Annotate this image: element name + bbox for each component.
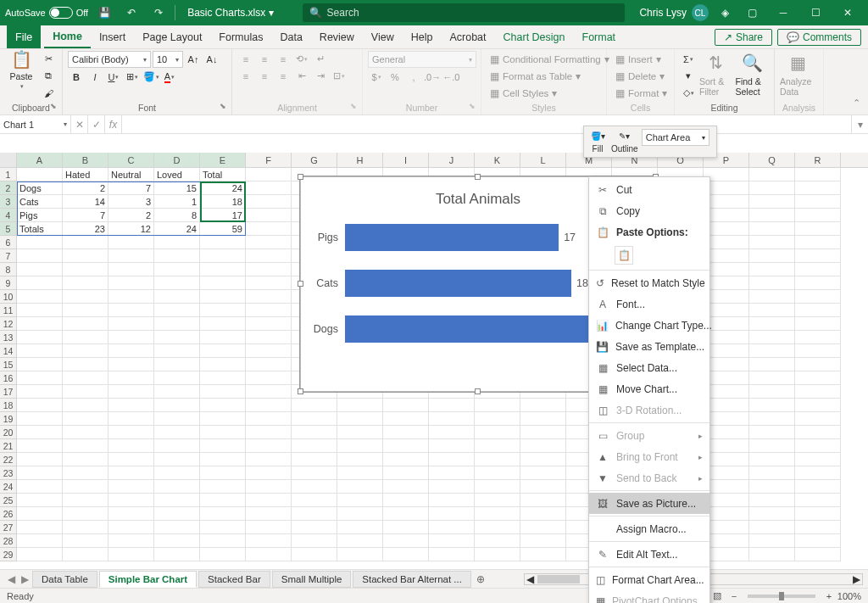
context-menu-item[interactable]: ▦Move Chart... (589, 378, 709, 399)
chart-element-selector[interactable]: Chart Area▾ (642, 129, 709, 146)
cell[interactable] (749, 304, 795, 317)
shrink-font-icon[interactable]: A↓ (203, 52, 220, 68)
page-break-view-icon[interactable]: ▧ (709, 590, 726, 601)
cell[interactable] (429, 426, 475, 439)
cell[interactable] (429, 494, 475, 507)
cell[interactable] (108, 439, 154, 453)
cell[interactable] (246, 290, 292, 304)
cell[interactable] (108, 317, 154, 331)
cell[interactable] (200, 548, 246, 561)
col-header[interactable]: C (108, 153, 154, 167)
cell[interactable] (246, 521, 292, 534)
enter-fx-icon[interactable]: ✓ (88, 115, 105, 133)
zoom-out-icon[interactable]: − (726, 591, 743, 601)
analyze-data-button[interactable]: ▦Analyze Data (780, 51, 815, 101)
row-header[interactable]: 24 (0, 480, 17, 494)
cell[interactable] (108, 331, 154, 344)
cell[interactable] (246, 399, 292, 412)
cell[interactable] (475, 412, 520, 426)
expand-fx-icon[interactable]: ▾ (851, 115, 868, 133)
share-button[interactable]: ↗Share (715, 29, 772, 46)
cell[interactable] (429, 534, 475, 548)
cell[interactable] (154, 371, 200, 385)
cell[interactable] (63, 426, 108, 439)
cell[interactable] (17, 453, 63, 466)
row-header[interactable]: 15 (0, 358, 17, 371)
scroll-left-icon[interactable]: ◀ (525, 573, 536, 585)
clipboard-launcher[interactable]: ⬊ (50, 99, 57, 113)
row-header[interactable]: 8 (0, 263, 17, 276)
row-header[interactable]: 14 (0, 344, 17, 358)
cell[interactable] (17, 548, 63, 561)
cell[interactable] (246, 385, 292, 399)
col-header[interactable]: J (429, 153, 475, 167)
cell[interactable] (200, 494, 246, 507)
cell[interactable] (795, 263, 841, 276)
cell[interactable] (63, 412, 108, 426)
cell[interactable] (475, 534, 520, 548)
cell[interactable] (795, 521, 841, 534)
cell[interactable] (63, 480, 108, 494)
cell[interactable] (246, 331, 292, 344)
cell[interactable] (246, 276, 292, 290)
col-header[interactable]: I (383, 153, 429, 167)
cell[interactable] (795, 168, 841, 181)
col-header[interactable]: Q (749, 153, 795, 167)
cell[interactable] (704, 236, 749, 249)
cell[interactable] (108, 371, 154, 385)
cell[interactable] (292, 494, 337, 507)
cell[interactable] (246, 222, 292, 236)
cell[interactable] (795, 439, 841, 453)
col-header[interactable]: D (154, 153, 200, 167)
cell[interactable]: 23 (63, 222, 108, 236)
cell[interactable] (292, 548, 337, 561)
cell[interactable] (704, 480, 749, 494)
cell[interactable] (749, 168, 795, 181)
cell[interactable] (63, 494, 108, 507)
cell[interactable] (63, 317, 108, 331)
cell[interactable] (246, 548, 292, 561)
cell[interactable] (383, 480, 429, 494)
cell[interactable] (292, 466, 337, 480)
cell[interactable] (63, 466, 108, 480)
cell[interactable] (704, 168, 749, 181)
align-center-icon[interactable]: ≡ (256, 68, 273, 84)
cell[interactable]: Dogs (17, 181, 63, 195)
alignment-launcher[interactable]: ⬊ (350, 99, 357, 113)
delete-cells-button[interactable]: ▦Delete▾ (612, 68, 669, 84)
cell[interactable] (63, 236, 108, 249)
row-header[interactable]: 9 (0, 276, 17, 290)
cell[interactable] (520, 548, 566, 561)
cell[interactable] (108, 453, 154, 466)
col-header[interactable]: H (337, 153, 383, 167)
shape-fill-icon[interactable]: 🪣▾ (587, 128, 608, 143)
cell[interactable] (63, 534, 108, 548)
cell[interactable] (795, 317, 841, 331)
row-header[interactable]: 13 (0, 331, 17, 344)
cell[interactable] (17, 236, 63, 249)
cell[interactable] (795, 371, 841, 385)
cell[interactable] (704, 439, 749, 453)
cell[interactable] (63, 276, 108, 290)
cell[interactable] (795, 426, 841, 439)
cell[interactable] (246, 209, 292, 222)
cell[interactable] (63, 399, 108, 412)
cell[interactable] (292, 521, 337, 534)
cell[interactable] (704, 331, 749, 344)
tab-insert[interactable]: Insert (91, 25, 134, 48)
cell[interactable] (429, 466, 475, 480)
cell[interactable] (17, 385, 63, 399)
font-color-icon[interactable]: A▾ (161, 69, 178, 85)
cell[interactable] (200, 358, 246, 371)
cell[interactable] (704, 304, 749, 317)
align-left-icon[interactable]: ≡ (237, 68, 254, 84)
cell[interactable] (520, 480, 566, 494)
row-header[interactable]: 21 (0, 439, 17, 453)
cell[interactable] (200, 344, 246, 358)
cell[interactable] (17, 344, 63, 358)
cell[interactable] (337, 548, 383, 561)
cell[interactable] (246, 494, 292, 507)
resize-handle[interactable] (298, 174, 303, 180)
cell[interactable] (704, 534, 749, 548)
cell[interactable] (475, 426, 520, 439)
